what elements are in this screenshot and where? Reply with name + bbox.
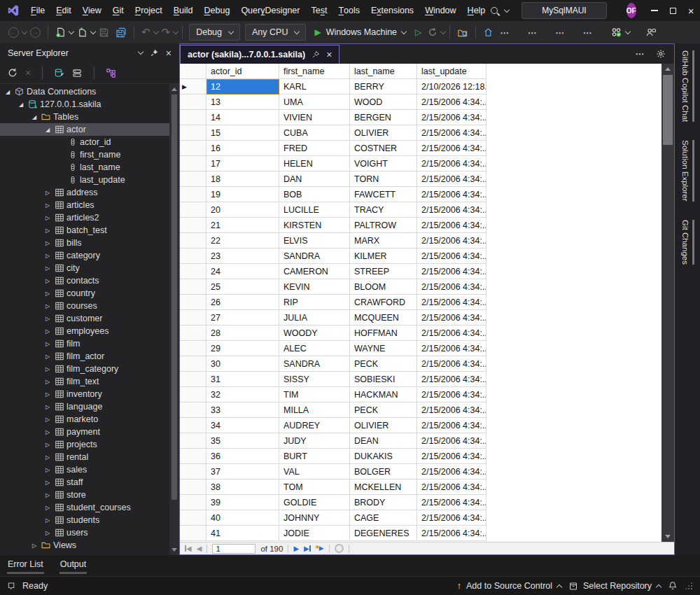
- tree-item-store[interactable]: ▷store: [0, 489, 169, 501]
- grid-cell[interactable]: 2/15/2006 4:34:...: [417, 495, 486, 510]
- sidebar-tab-solution-explorer[interactable]: Solution Explorer: [681, 140, 694, 202]
- solution-name[interactable]: MySqlMAUI: [522, 2, 606, 19]
- expand-arrow-icon[interactable]: ▷: [43, 429, 52, 435]
- document-overflow-button[interactable]: ⋯: [636, 48, 645, 59]
- save-button[interactable]: [96, 23, 112, 41]
- grid-cell[interactable]: PECK: [350, 402, 417, 418]
- expand-arrow-icon[interactable]: ▷: [43, 328, 52, 335]
- tree-item-data-connections[interactable]: ◢Data Connections: [0, 85, 169, 98]
- tree-item-category[interactable]: ▷category: [0, 249, 169, 262]
- grid-cell[interactable]: 2/15/2006 4:34:...: [417, 464, 486, 479]
- menu-query-designer[interactable]: Query Designer: [235, 0, 305, 21]
- tree-item-country[interactable]: ▷country: [0, 287, 169, 300]
- menu-extensions[interactable]: Extensions: [365, 0, 419, 21]
- grid-cell[interactable]: 26: [206, 295, 279, 310]
- expand-arrow-icon[interactable]: ▷: [43, 202, 52, 209]
- row-selector[interactable]: [180, 356, 206, 372]
- current-record-input[interactable]: 1: [212, 544, 255, 554]
- grid-cell[interactable]: BLOOM: [350, 279, 417, 295]
- grid-cell[interactable]: 2/15/2006 4:34:...: [417, 326, 486, 341]
- grid-cell[interactable]: TORN: [350, 172, 417, 187]
- grid-cell[interactable]: BOLGER: [350, 464, 417, 479]
- toolbar-overflow-button[interactable]: ⋯: [497, 23, 512, 41]
- scroll-up-icon[interactable]: [172, 88, 177, 91]
- grid-cell[interactable]: PECK: [350, 356, 417, 372]
- row-selector[interactable]: [180, 172, 206, 187]
- grid-cell[interactable]: JODIE: [279, 526, 350, 541]
- expand-arrow-icon[interactable]: ▷: [43, 240, 52, 246]
- row-selector[interactable]: [180, 526, 206, 541]
- expand-arrow-icon[interactable]: ▷: [43, 341, 52, 347]
- grid-cell[interactable]: 2/15/2006 4:34:...: [417, 341, 486, 356]
- menu-edit[interactable]: Edit: [50, 0, 77, 21]
- grid-cell[interactable]: 2/15/2006 4:34:...: [417, 248, 486, 264]
- grid-cell[interactable]: WAYNE: [350, 341, 417, 356]
- row-selector[interactable]: [180, 326, 206, 341]
- row-selector[interactable]: [180, 233, 206, 248]
- grid-cell[interactable]: 17: [206, 156, 279, 172]
- expand-arrow-icon[interactable]: ▷: [43, 479, 52, 486]
- grid-cell[interactable]: LUCILLE: [279, 202, 350, 218]
- grid-cell[interactable]: 22: [206, 233, 279, 248]
- grid-cell[interactable]: 16: [206, 141, 279, 156]
- menu-view[interactable]: View: [77, 0, 107, 21]
- grid-column-header-last-update[interactable]: last_update: [417, 64, 486, 79]
- grid-cell[interactable]: 18: [206, 172, 279, 187]
- grid-cell[interactable]: 31: [206, 372, 279, 387]
- grid-cell[interactable]: FAWCETT: [350, 187, 417, 202]
- tree-item-actor-id[interactable]: actor_id: [0, 136, 169, 148]
- grid-cell[interactable]: 2/15/2006 4:34:...: [417, 510, 486, 526]
- grid-cell[interactable]: DEGENERES: [350, 526, 417, 541]
- grid-column-header-actor-id[interactable]: actor_id: [206, 64, 279, 79]
- grid-cell[interactable]: COSTNER: [350, 141, 417, 156]
- tree-item-employees[interactable]: ▷employees: [0, 325, 169, 337]
- menu-project[interactable]: Project: [130, 0, 168, 21]
- panel-options-chevron-icon[interactable]: [138, 49, 144, 55]
- grid-cell[interactable]: 35: [206, 433, 279, 449]
- new-file-button[interactable]: [52, 23, 69, 41]
- grid-cell[interactable]: UMA: [279, 94, 350, 110]
- grid-cell[interactable]: 2/15/2006 4:34:...: [417, 479, 486, 495]
- row-selector[interactable]: [180, 310, 206, 326]
- grid-cell[interactable]: 2/15/2006 4:34:...: [417, 125, 486, 141]
- collapse-arrow-icon[interactable]: ◢: [43, 127, 52, 133]
- row-selector[interactable]: [180, 156, 206, 172]
- expand-arrow-icon[interactable]: ▷: [43, 278, 52, 284]
- grid-cell[interactable]: CAGE: [350, 510, 417, 526]
- grid-cell[interactable]: 19: [206, 187, 279, 202]
- expand-arrow-icon[interactable]: ▷: [43, 366, 52, 372]
- select-repository-button[interactable]: Select Repository: [568, 581, 661, 591]
- account-status-button[interactable]: [608, 23, 625, 41]
- expand-arrow-icon[interactable]: ▷: [43, 303, 52, 309]
- tree-item-actor[interactable]: ◢actor: [0, 123, 169, 136]
- resize-grip[interactable]: [685, 582, 693, 590]
- tree-item-last-name[interactable]: last_name: [0, 161, 169, 174]
- grid-cell[interactable]: 2/15/2006 4:34:...: [417, 526, 486, 541]
- solution-configurations-dropdown[interactable]: Debug: [189, 24, 240, 41]
- tree-item-tables[interactable]: ◢Tables: [0, 111, 169, 123]
- row-selector[interactable]: [180, 510, 206, 526]
- grid-cell[interactable]: TRACY: [350, 202, 417, 218]
- start-debugging-button[interactable]: ▶ Windows Machine: [309, 23, 412, 41]
- notifications-bell-icon[interactable]: [668, 581, 678, 591]
- pin-icon[interactable]: [150, 48, 159, 57]
- toolbar-overflow-button-3[interactable]: ⋯: [552, 23, 568, 41]
- row-selector[interactable]: [180, 479, 206, 495]
- row-selector[interactable]: [180, 125, 206, 141]
- collapse-arrow-icon[interactable]: ◢: [16, 102, 26, 108]
- row-selector[interactable]: [180, 141, 206, 156]
- undo-chevron-icon[interactable]: [153, 28, 158, 34]
- expand-arrow-icon[interactable]: ▷: [43, 215, 52, 221]
- grid-cell[interactable]: KIRSTEN: [279, 218, 350, 233]
- live-share-button[interactable]: [480, 23, 496, 41]
- tree-item-staff[interactable]: ▷staff: [0, 476, 169, 489]
- tree-item-language[interactable]: ▷language: [0, 400, 169, 413]
- row-selector[interactable]: [180, 449, 206, 464]
- tree-item-city[interactable]: ▷city: [0, 262, 169, 274]
- row-selector[interactable]: [180, 402, 206, 418]
- grid-cell[interactable]: FRED: [279, 141, 350, 156]
- row-selector[interactable]: [180, 372, 206, 387]
- tree-item-articles[interactable]: ▷articles: [0, 199, 169, 211]
- grid-cell[interactable]: DAN: [279, 172, 350, 187]
- grid-cell[interactable]: 2/15/2006 4:34:...: [417, 356, 486, 372]
